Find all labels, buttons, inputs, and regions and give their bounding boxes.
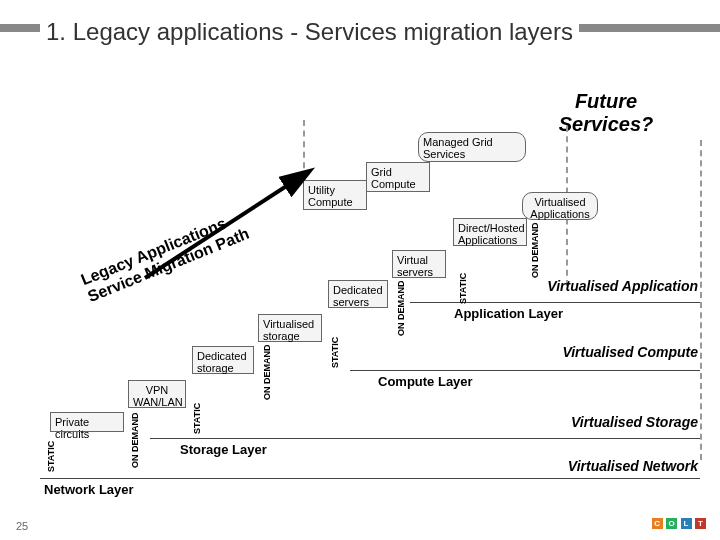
colt-logo: C O L T	[653, 514, 706, 532]
label-virtualised-compute: Virtualised Compute	[534, 344, 698, 360]
axis-static-4: STATIC	[458, 273, 468, 304]
box-private-circuits: Private circuits	[50, 412, 124, 432]
future-services-label: Future Services?	[536, 90, 676, 136]
axis-ondemand-3: ON DEMAND	[396, 281, 406, 337]
axis-static-1: STATIC	[46, 441, 56, 472]
box-virtualised-apps: Virtualised Applications	[522, 192, 598, 220]
box-vpn-wanlan: VPN WAN/LAN	[128, 380, 186, 408]
label-virtualised-storage: Virtualised Storage	[534, 414, 698, 430]
box-virtualised-storage: Virtualised storage	[258, 314, 322, 342]
layer-application: Application Layer	[454, 306, 563, 321]
box-dedicated-servers: Dedicated servers	[328, 280, 388, 308]
box-virtual-servers: Virtual servers	[392, 250, 446, 278]
label-virtualised-application: Virtualised Application	[534, 278, 698, 294]
axis-static-3: STATIC	[330, 337, 340, 368]
box-managed-grid: Managed Grid Services	[418, 132, 526, 162]
page-title: 1. Legacy applications - Services migrat…	[40, 18, 579, 46]
box-dedicated-storage: Dedicated storage	[192, 346, 254, 374]
axis-ondemand-4: ON DEMAND	[530, 223, 540, 279]
page-number: 25	[16, 520, 28, 532]
layer-network: Network Layer	[44, 482, 134, 497]
axis-ondemand-1: ON DEMAND	[130, 413, 140, 469]
axis-ondemand-2: ON DEMAND	[262, 345, 272, 401]
layer-compute: Compute Layer	[378, 374, 473, 389]
axis-static-2: STATIC	[192, 403, 202, 434]
box-grid-compute: Grid Compute	[366, 162, 430, 192]
box-direct-hosted: Direct/Hosted Applications	[453, 218, 527, 246]
layer-storage: Storage Layer	[180, 442, 267, 457]
label-virtualised-network: Virtualised Network	[534, 458, 698, 474]
